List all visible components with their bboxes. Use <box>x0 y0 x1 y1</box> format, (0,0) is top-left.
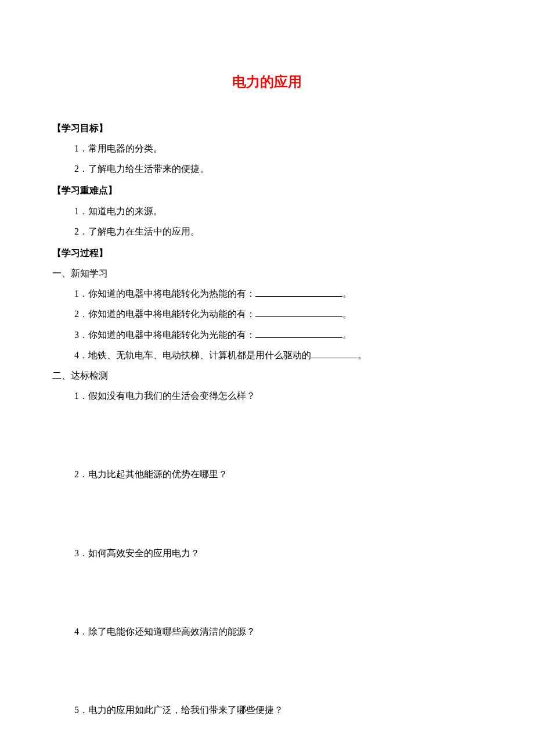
part1-q4: 4．地铁、无轨电车、电动扶梯、计算机都是用什么驱动的。 <box>52 345 482 365</box>
part2-q5: 5．电力的应用如此广泛，给我们带来了哪些便捷？ <box>52 700 482 720</box>
part2-q4: 4．除了电能你还知道哪些高效清洁的能源？ <box>52 621 482 642</box>
keypoints-item-1: 1．知道电力的来源。 <box>52 201 482 221</box>
part2-label: 二、达标检测 <box>52 365 482 386</box>
process-header: 【学习过程】 <box>52 243 482 263</box>
part1-q2-pre: 2．你知道的电器中将电能转化为动能的有： <box>74 309 255 319</box>
part1-q3: 3．你知道的电器中将电能转化为光能的有：。 <box>52 325 482 345</box>
part1-q3-post: 。 <box>342 330 352 340</box>
part1-q4-post: 。 <box>358 350 367 360</box>
blank-line <box>311 349 358 358</box>
objectives-item-2: 2．了解电力给生活带来的便捷。 <box>52 159 482 179</box>
part2-q1: 1．假如没有电力我们的生活会变得怎么样？ <box>52 386 482 406</box>
part1-label: 一、新知学习 <box>52 263 482 283</box>
keypoints-header: 【学习重难点】 <box>52 180 482 200</box>
part1-q1-pre: 1．你知道的电器中将电能转化为热能的有： <box>74 289 255 298</box>
keypoints-item-2: 2．了解电力在生活中的应用。 <box>52 221 482 242</box>
objectives-item-1: 1．常用电器的分类。 <box>52 138 482 159</box>
blank-line <box>255 329 342 338</box>
part1-q3-pre: 3．你知道的电器中将电能转化为光能的有： <box>74 330 255 340</box>
document-title: 电力的应用 <box>52 67 482 98</box>
part1-q1: 1．你知道的电器中将电能转化为热能的有：。 <box>52 283 482 304</box>
blank-line <box>255 308 342 317</box>
blank-line <box>255 287 342 297</box>
part1-q1-post: 。 <box>342 289 352 298</box>
part1-q2: 2．你知道的电器中将电能转化为动能的有：。 <box>52 304 482 324</box>
part1-q2-post: 。 <box>342 309 352 319</box>
objectives-header: 【学习目标】 <box>52 118 482 138</box>
part2-q3: 3．如何高效安全的应用电力？ <box>52 543 482 563</box>
part1-q4-pre: 4．地铁、无轨电车、电动扶梯、计算机都是用什么驱动的 <box>74 350 311 360</box>
part2-q2: 2．电力比起其他能源的优势在哪里？ <box>52 464 482 484</box>
